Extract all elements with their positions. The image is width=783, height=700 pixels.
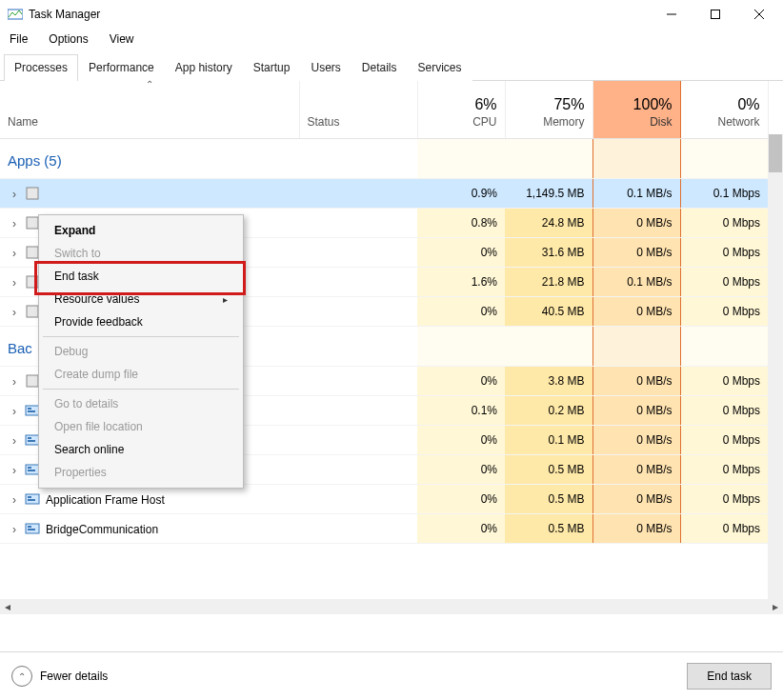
- expander-icon[interactable]: ›: [8, 276, 21, 290]
- scroll-left-icon[interactable]: ◂: [0, 599, 15, 614]
- menu-item-provide-feedback[interactable]: Provide feedback: [41, 310, 241, 333]
- minimize-button[interactable]: [650, 0, 693, 29]
- disk-cell: 0 MB/s: [592, 209, 680, 238]
- menu-item-label: Search online: [54, 443, 124, 456]
- horizontal-scrollbar[interactable]: ◂ ▸: [0, 599, 783, 614]
- tab-services[interactable]: Services: [408, 54, 472, 81]
- fewer-details-button[interactable]: ⌃ Fewer details: [11, 666, 108, 687]
- tab-details[interactable]: Details: [351, 54, 408, 81]
- memory-cell: 0.5 MB: [505, 514, 592, 544]
- expander-icon[interactable]: ›: [8, 493, 21, 507]
- disk-cell: 0 MB/s: [592, 297, 680, 327]
- memory-cell: 24.8 MB: [505, 209, 592, 238]
- close-button[interactable]: [737, 0, 781, 29]
- menu-item-label: End task: [54, 270, 99, 283]
- expander-icon[interactable]: ›: [8, 464, 21, 477]
- col-cpu[interactable]: 6% CPU: [417, 81, 505, 139]
- col-network[interactable]: 0% Network: [680, 81, 768, 139]
- menu-item-go-to-details: Go to details: [41, 392, 241, 415]
- memory-usage-value: 75%: [513, 96, 585, 113]
- status-cell: [299, 455, 417, 485]
- sort-indicator-icon: ⌃: [146, 79, 153, 90]
- col-name[interactable]: ⌃ Name: [0, 81, 299, 139]
- maximize-button[interactable]: [693, 0, 737, 29]
- expander-icon[interactable]: ›: [8, 405, 21, 418]
- memory-cell: 40.5 MB: [505, 297, 592, 327]
- svg-rect-21: [28, 496, 31, 498]
- process-icon: [25, 186, 40, 201]
- expander-icon[interactable]: ›: [8, 375, 21, 389]
- vertical-scrollbar[interactable]: [768, 134, 783, 614]
- tab-performance[interactable]: Performance: [78, 54, 165, 81]
- network-cell: 0 Mbps: [680, 238, 768, 268]
- process-icon: [25, 521, 40, 536]
- menu-item-expand[interactable]: Expand: [41, 219, 241, 242]
- status-cell: [299, 209, 417, 238]
- process-name-cell[interactable]: ›: [0, 179, 299, 209]
- cpu-cell: 0%: [417, 238, 505, 268]
- table-row[interactable]: ›Application Frame Host0%0.5 MB0 MB/s0 M…: [0, 485, 768, 514]
- menu-item-search-online[interactable]: Search online: [41, 438, 241, 461]
- disk-cell: 0 MB/s: [592, 455, 680, 485]
- scrollbar-thumb[interactable]: [769, 134, 782, 172]
- svg-rect-2: [712, 10, 720, 19]
- cpu-cell: 0%: [417, 485, 505, 514]
- col-status[interactable]: Status: [299, 81, 417, 139]
- col-name-label: Name: [8, 115, 38, 129]
- network-cell: 0 Mbps: [680, 268, 768, 297]
- svg-rect-13: [28, 410, 35, 412]
- network-cell: 0 Mbps: [680, 426, 768, 455]
- network-cell: 0 Mbps: [680, 514, 768, 544]
- memory-cell: 3.8 MB: [505, 367, 592, 396]
- cpu-cell: 0%: [417, 297, 505, 327]
- tab-app-history[interactable]: App history: [165, 54, 243, 81]
- menu-item-label: Properties: [54, 466, 107, 479]
- group-header[interactable]: Apps (5): [0, 139, 299, 179]
- table-row[interactable]: ›BridgeCommunication0%0.5 MB0 MB/s0 Mbps: [0, 514, 768, 544]
- submenu-arrow-icon: ▸: [223, 294, 228, 305]
- process-name-cell[interactable]: ›Application Frame Host: [0, 485, 299, 514]
- network-usage-value: 0%: [689, 96, 760, 113]
- expander-icon[interactable]: ›: [8, 523, 21, 536]
- menu-view[interactable]: View: [108, 30, 136, 48]
- expander-icon[interactable]: ›: [8, 247, 21, 260]
- end-task-button[interactable]: End task: [687, 663, 772, 690]
- expander-icon[interactable]: ›: [8, 217, 21, 230]
- cpu-usage-value: 6%: [426, 96, 497, 113]
- expander-icon[interactable]: ›: [8, 188, 21, 201]
- cpu-cell: 0.1%: [417, 396, 505, 426]
- tab-startup[interactable]: Startup: [243, 54, 301, 81]
- expander-icon[interactable]: ›: [8, 306, 21, 319]
- menu-options[interactable]: Options: [47, 30, 90, 48]
- memory-cell: 31.6 MB: [505, 238, 592, 268]
- tab-users[interactable]: Users: [300, 54, 351, 81]
- process-icon: [25, 491, 40, 507]
- col-memory[interactable]: 75% Memory: [505, 81, 592, 139]
- svg-rect-10: [27, 375, 38, 387]
- col-disk[interactable]: 100% Disk: [592, 81, 680, 139]
- menu-item-end-task[interactable]: End task: [41, 265, 241, 288]
- disk-cell: 0 MB/s: [592, 485, 680, 514]
- expander-icon[interactable]: ›: [8, 434, 21, 448]
- network-cell: 0 Mbps: [680, 297, 768, 327]
- menu-item-label: Open file location: [54, 420, 143, 433]
- memory-cell: 0.5 MB: [505, 455, 592, 485]
- cpu-cell: 0%: [417, 367, 505, 396]
- status-cell: [299, 179, 417, 209]
- memory-cell: 21.8 MB: [505, 268, 592, 297]
- menu-file[interactable]: File: [8, 30, 30, 48]
- process-name-cell[interactable]: ›BridgeCommunication: [0, 514, 299, 544]
- svg-rect-7: [27, 247, 38, 258]
- menu-item-label: Create dump file: [54, 368, 138, 381]
- disk-usage-value: 100%: [601, 96, 673, 113]
- memory-cell: 0.5 MB: [505, 485, 592, 514]
- col-memory-label: Memory: [543, 115, 584, 129]
- network-cell: 0 Mbps: [680, 455, 768, 485]
- table-row[interactable]: ›0.9%1,149.5 MB0.1 MB/s0.1 Mbps: [0, 179, 768, 209]
- menu-item-resource-values[interactable]: Resource values▸: [41, 288, 241, 310]
- menu-item-create-dump-file: Create dump file: [41, 363, 241, 386]
- tab-processes[interactable]: Processes: [4, 54, 78, 81]
- scroll-right-icon[interactable]: ▸: [768, 599, 783, 614]
- svg-rect-22: [28, 499, 35, 501]
- col-network-label: Network: [717, 115, 759, 129]
